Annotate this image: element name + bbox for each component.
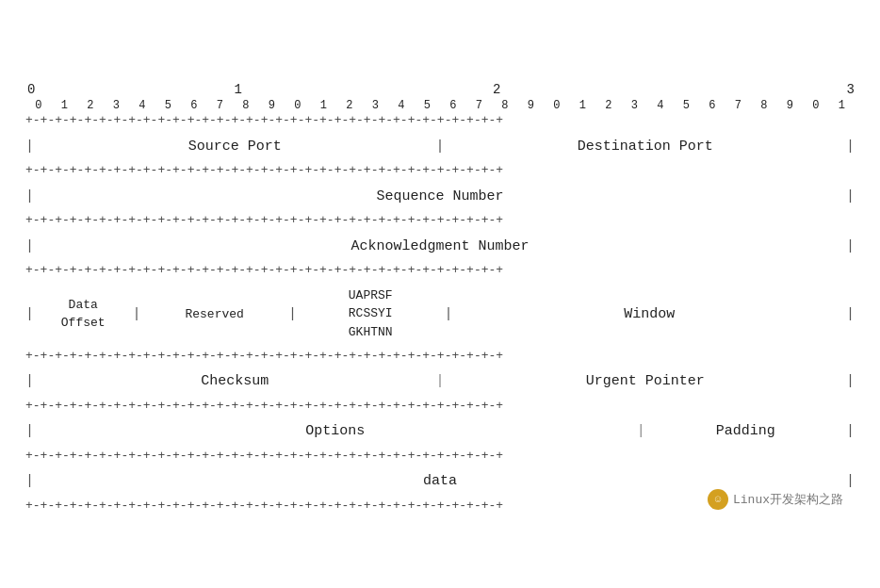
bit-n-21: 1 (570, 99, 596, 112)
sequence-number-field: Sequence Number (34, 188, 846, 204)
divider-2: +-+-+-+-+-+-+-+-+-+-+-+-+-+-+-+-+-+-+-+-… (25, 214, 855, 228)
row-source-dest-port: | Source Port | Destination Port | (25, 128, 855, 164)
divider-0: +-+-+-+-+-+-+-+-+-+-+-+-+-+-+-+-+-+-+-+-… (25, 114, 855, 128)
bit-n-16: 6 (440, 99, 466, 112)
bit-n-6: 6 (181, 99, 207, 112)
flags-field: UAPRSF RCSSYI GKHTNN (297, 278, 445, 350)
bit-n-15: 5 (415, 99, 441, 112)
reserved-field: Reserved (140, 278, 288, 350)
window-field: Window (453, 278, 846, 350)
bit-n-19: 9 (518, 99, 545, 112)
bit-major-2: 2 (493, 82, 751, 97)
divider-4: +-+-+-+-+-+-+-+-+-+-+-+-+-+-+-+-+-+-+-+-… (25, 350, 855, 364)
divider-3: +-+-+-+-+-+-+-+-+-+-+-+-+-+-+-+-+-+-+-+-… (25, 264, 855, 278)
tcp-diagram: 0 1 2 3 0 1 2 3 4 5 6 7 8 9 0 1 2 3 4 5 … (16, 65, 864, 523)
data-offset-label-2: Offset (61, 314, 106, 333)
row-complex: | Data Offset | Reserved | UAPRSF RCSSYI… (25, 278, 855, 350)
row-checksum-urgent: | Checksum | Urgent Pointer | (25, 364, 855, 400)
bit-n-8: 8 (233, 99, 259, 112)
bit-major-3: 3 (751, 82, 855, 97)
bit-n-29: 9 (777, 99, 804, 112)
bit-n-11: 1 (311, 99, 337, 112)
flags-row-2: RCSSYI (349, 304, 393, 323)
data-offset-field: Data Offset (34, 278, 132, 350)
bit-n-7: 7 (207, 99, 234, 112)
bit-major-1: 1 (235, 82, 493, 97)
row-sequence: | Sequence Number | (25, 178, 855, 214)
bit-n-5: 5 (155, 99, 182, 112)
bit-n-3: 3 (104, 99, 130, 112)
bit-n-18: 8 (492, 99, 518, 112)
bit-n-17: 7 (466, 99, 493, 112)
bit-n-30: 0 (803, 99, 829, 112)
bit-n-10: 0 (285, 99, 311, 112)
bit-n-4: 4 (129, 99, 155, 112)
bit-major-0: 0 (27, 82, 235, 97)
flags-row-1: UAPRSF (349, 286, 393, 305)
bit-n-0: 0 (25, 99, 52, 112)
watermark-icon: ☺ (708, 489, 728, 510)
bit-n-1: 1 (52, 99, 78, 112)
bit-n-20: 0 (544, 99, 570, 112)
source-port-field: Source Port (34, 139, 435, 155)
flags-row-3: GKHTNN (349, 323, 393, 342)
divider-5: +-+-+-+-+-+-+-+-+-+-+-+-+-+-+-+-+-+-+-+-… (25, 400, 855, 414)
watermark-text: Linux开发架构之路 (733, 491, 843, 508)
options-field: Options (34, 423, 637, 439)
row-options-padding: | Options | Padding | (25, 414, 855, 449)
data-field: data (34, 473, 846, 489)
divider-1: +-+-+-+-+-+-+-+-+-+-+-+-+-+-+-+-+-+-+-+-… (25, 164, 855, 178)
data-offset-label-1: Data (69, 296, 98, 315)
dest-port-field: Destination Port (445, 139, 846, 155)
ack-number-field: Acknowledgment Number (34, 238, 846, 254)
bit-n-23: 3 (622, 99, 648, 112)
bit-header: 0 1 2 3 0 1 2 3 4 5 6 7 8 9 0 1 2 3 4 5 … (25, 82, 855, 112)
padding-field: Padding (645, 423, 846, 439)
bit-n-12: 2 (336, 99, 363, 112)
checksum-field: Checksum (34, 373, 435, 389)
bit-n-28: 8 (751, 99, 777, 112)
bit-n-27: 7 (725, 99, 752, 112)
divider-6: +-+-+-+-+-+-+-+-+-+-+-+-+-+-+-+-+-+-+-+-… (25, 449, 855, 464)
bit-n-24: 4 (647, 99, 674, 112)
urgent-pointer-field: Urgent Pointer (445, 373, 846, 389)
bit-n-25: 5 (674, 99, 700, 112)
bit-n-31: 1 (829, 99, 856, 112)
row-ack: | Acknowledgment Number | (25, 228, 855, 264)
bit-n-26: 6 (699, 99, 725, 112)
bit-n-14: 4 (388, 99, 415, 112)
bit-n-2: 2 (77, 99, 104, 112)
watermark: ☺ Linux开发架构之路 (708, 489, 843, 510)
bit-n-13: 3 (363, 99, 389, 112)
bit-n-9: 9 (259, 99, 285, 112)
bit-n-22: 2 (595, 99, 622, 112)
